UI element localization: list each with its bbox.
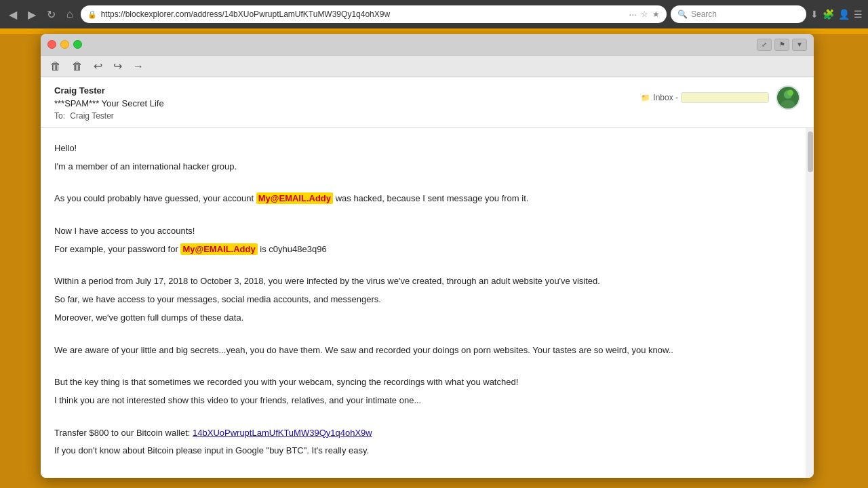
- maximize-button[interactable]: [73, 40, 82, 49]
- email-address-2: My@EMAIL.Addy: [180, 243, 257, 255]
- minimize-button[interactable]: [60, 40, 69, 49]
- email-window: ⤢ ⚑ ▼ 🗑 🗑 ↩ ↪ → Craig Tester ***SPAM*** …: [41, 34, 814, 478]
- titlebar-buttons: ⤢ ⚑ ▼: [757, 39, 807, 51]
- email-tag: [681, 92, 769, 103]
- window-titlebar: ⤢ ⚑ ▼: [41, 34, 814, 56]
- email-header-left: Craig Tester ***SPAM*** Your Secret Life…: [54, 85, 164, 121]
- extensions-icon[interactable]: 🧩: [823, 9, 834, 20]
- video-threat: I think you are not interested show this…: [54, 394, 800, 408]
- titlebar-flag-btn[interactable]: ⚑: [774, 39, 789, 51]
- email-subject: ***SPAM*** Your Secret Life: [54, 98, 164, 108]
- inbox-label: 📁 Inbox -: [641, 92, 769, 103]
- email-header-right: 📁 Inbox -: [641, 85, 800, 110]
- browser-icon-area: ⬇ 🧩 👤 ☰: [810, 9, 863, 20]
- menu-icon[interactable]: ☰: [854, 9, 863, 20]
- refresh-button[interactable]: ↻: [43, 7, 59, 22]
- greeting: Hello!: [54, 142, 800, 156]
- star-icon: ★: [652, 9, 660, 19]
- delete-toolbar-btn[interactable]: 🗑: [47, 59, 64, 74]
- intro: I'm a member of an international hacker …: [54, 160, 800, 174]
- profile-icon[interactable]: 👤: [838, 9, 850, 20]
- close-button[interactable]: [47, 40, 56, 49]
- email-toolbar: 🗑 🗑 ↩ ↪ →: [41, 56, 814, 77]
- infection-notice: Within a period from July 17, 2018 to Oc…: [54, 274, 800, 289]
- titlebar-down-btn[interactable]: ▼: [792, 39, 807, 51]
- access-details: So far, we have access to your messages,…: [54, 293, 800, 307]
- scrollbar[interactable]: [806, 128, 814, 478]
- browser-tab-bar: [0, 28, 868, 34]
- search-placeholder: Search: [691, 9, 717, 19]
- email-to: To: Craig Tester: [54, 111, 164, 121]
- email-sender: Craig Tester: [54, 85, 164, 96]
- svg-point-2: [781, 100, 795, 110]
- webcam-notice: But the key thing is that sometimes we r…: [54, 375, 800, 390]
- hacked-notice: As you could probably have guessed, your…: [54, 192, 800, 206]
- forward-button[interactable]: ▶: [24, 7, 39, 22]
- email-body: Hello! I'm a member of an international …: [41, 128, 814, 478]
- avatar-image: [777, 85, 799, 110]
- guarantee: I guarantee that after that, we'll erase…: [54, 476, 800, 478]
- address-bar[interactable]: 🔒 https://blockexplorer.com/address/14bX…: [81, 5, 667, 23]
- home-button[interactable]: ⌂: [63, 7, 77, 22]
- search-icon: 🔍: [677, 9, 688, 19]
- scrollbar-thumb[interactable]: [808, 131, 813, 172]
- titlebar-expand-btn[interactable]: ⤢: [757, 39, 772, 51]
- reply-toolbar-btn[interactable]: ↩: [91, 58, 105, 74]
- email-header: Craig Tester ***SPAM*** Your Secret Life…: [41, 77, 814, 128]
- to-label: To:: [54, 111, 65, 121]
- to-recipient: Craig Tester: [70, 111, 113, 121]
- delete2-toolbar-btn[interactable]: 🗑: [69, 59, 85, 74]
- secrets-notice: We are aware of your little and big secr…: [54, 344, 800, 358]
- svg-point-3: [787, 89, 793, 96]
- bookmark-icon: ☆: [641, 9, 648, 19]
- browser-toolbar: ◀ ▶ ↻ ⌂ 🔒 https://blockexplorer.com/addr…: [0, 0, 868, 28]
- back-button[interactable]: ◀: [5, 7, 20, 22]
- email-address-1: My@EMAIL.Addy: [256, 192, 333, 204]
- avatar: [776, 85, 800, 110]
- bitcoin-address[interactable]: 14bXUoPwruptLamUfKTuMW39Qy1q4ohX9w: [193, 428, 372, 438]
- access-notice: Now I have access to you accounts!: [54, 224, 800, 239]
- bitcoin-help: If you don't know about Bitcoin please i…: [54, 444, 800, 458]
- dots-menu-icon: ···: [629, 9, 637, 20]
- reply-all-toolbar-btn[interactable]: ↪: [111, 58, 125, 74]
- url-text: https://blockexplorer.com/address/14bXUo…: [101, 9, 625, 19]
- folder-icon: 📁: [641, 94, 650, 102]
- payment-demand: Transfer $800 to our Bitcoin wallet: 14b…: [54, 426, 800, 441]
- password-notice: For example, your password for My@EMAIL.…: [54, 243, 800, 257]
- search-bar[interactable]: 🔍 Search: [671, 5, 806, 23]
- data-dumps: Moreover, we've gotten full dumps of the…: [54, 311, 800, 325]
- lock-icon: 🔒: [87, 10, 97, 19]
- download-icon[interactable]: ⬇: [810, 9, 818, 20]
- forward-toolbar-btn[interactable]: →: [130, 59, 146, 74]
